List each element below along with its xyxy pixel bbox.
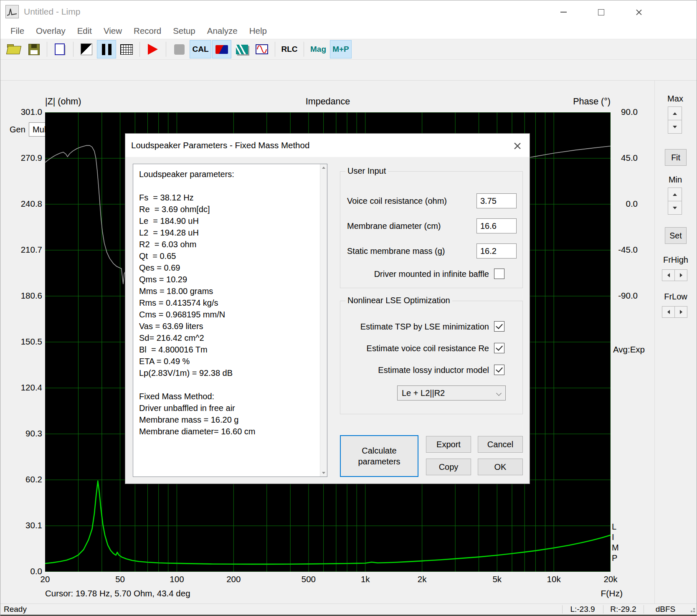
- dialog-title-bar[interactable]: Loudspeaker Parameters - Fixed Mass Meth…: [125, 134, 530, 157]
- lse-optimization-group: Nonlinear LSE Optimization Estimate TSP …: [340, 301, 523, 414]
- menu-item-record[interactable]: Record: [128, 23, 167, 39]
- phase-tick-label: 0.0: [614, 199, 638, 209]
- frlow-left-button[interactable]: [662, 306, 675, 318]
- frlow-arrows[interactable]: [662, 306, 687, 318]
- toolbar-button-save[interactable]: [24, 40, 43, 58]
- frhigh-arrows[interactable]: [662, 269, 687, 281]
- f-tick-label: 5k: [480, 574, 514, 584]
- limp-letter: L: [612, 522, 619, 532]
- x-axis-label: F(Hz): [581, 588, 623, 598]
- calculate-parameters-button[interactable]: Calculate parameters: [340, 435, 418, 477]
- set-button[interactable]: Set: [665, 227, 687, 244]
- mag-label: Mag: [310, 45, 326, 54]
- z-tick-label: 270.9: [8, 153, 42, 163]
- resize-grip[interactable]: [689, 606, 695, 613]
- signal-icon: [256, 44, 268, 54]
- toolbar-button-generator[interactable]: [212, 40, 231, 58]
- min-down-button[interactable]: [668, 201, 682, 215]
- frhigh-right-button[interactable]: [674, 269, 687, 281]
- toolbar-button-stop[interactable]: [170, 40, 189, 58]
- menu-item-overlay[interactable]: Overlay: [30, 23, 71, 39]
- down-arrow-icon: [322, 472, 325, 474]
- frlow-right-button[interactable]: [674, 306, 687, 318]
- toolbar-button-new-doc[interactable]: [51, 40, 70, 58]
- z-tick-label: 180.6: [8, 291, 42, 301]
- min-up-button[interactable]: [668, 188, 682, 201]
- frlow-label: FrLow: [657, 292, 694, 302]
- window-title: Untitled - Limp: [24, 0, 80, 23]
- frhigh-left-button[interactable]: [662, 269, 675, 281]
- toolbar-button-open[interactable]: [4, 40, 23, 58]
- loudspeaker-parameters-dialog: Loudspeaker Parameters - Fixed Mass Meth…: [125, 133, 530, 484]
- toolbar-button-grid[interactable]: [117, 40, 136, 58]
- menu-item-edit[interactable]: Edit: [71, 23, 98, 39]
- max-spinner[interactable]: [668, 106, 682, 134]
- title-bar: Untitled - Limp: [0, 0, 697, 23]
- toolbar-button-cal[interactable]: CAL: [190, 40, 211, 58]
- close-icon: [635, 9, 642, 16]
- lse-group-label: Nonlinear LSE Optimization: [345, 296, 452, 305]
- toolbar-separator: [139, 42, 140, 57]
- down-arrow-icon: [673, 126, 677, 128]
- close-button[interactable]: [633, 6, 644, 18]
- right-arrow-icon: [680, 310, 682, 314]
- scroll-up-button[interactable]: [320, 164, 327, 171]
- toolbar-button-record-play[interactable]: [143, 40, 162, 58]
- toolbar-button-signal[interactable]: [252, 40, 271, 58]
- lse-checkbox-2[interactable]: [494, 365, 504, 375]
- menu-item-help[interactable]: Help: [243, 23, 273, 39]
- toolbar-button-rlc[interactable]: RLC: [279, 40, 300, 58]
- toolbar-button-mag[interactable]: Mag: [307, 40, 329, 58]
- lse-checkbox-0[interactable]: [494, 321, 504, 332]
- f-tick-label: 20: [28, 574, 62, 584]
- status-unit: dBFS: [644, 605, 687, 614]
- max-up-button[interactable]: [668, 106, 682, 120]
- user-input-field-2[interactable]: [476, 243, 517, 259]
- scrollbar[interactable]: [320, 164, 327, 477]
- inductor-model-dropdown[interactable]: Le + L2||R2: [397, 385, 506, 401]
- scroll-down-button[interactable]: [320, 469, 327, 477]
- limp-letter: I: [612, 532, 619, 542]
- copy-button[interactable]: Copy: [426, 459, 471, 475]
- menu-item-setup[interactable]: Setup: [167, 23, 201, 39]
- user-input-field-1[interactable]: [476, 218, 517, 233]
- lse-checkbox-1[interactable]: [494, 343, 504, 353]
- menu-item-view[interactable]: View: [98, 23, 128, 39]
- chevron-down-icon: [496, 390, 502, 396]
- left-arrow-icon: [667, 273, 670, 277]
- fit-button[interactable]: Fit: [665, 149, 687, 166]
- export-button[interactable]: Export: [426, 436, 471, 453]
- pause-icon: [102, 44, 112, 55]
- maximize-icon: [598, 9, 604, 15]
- ok-button[interactable]: OK: [478, 459, 523, 475]
- z-tick-label: 210.7: [8, 245, 42, 255]
- toolbar-separator: [275, 42, 275, 57]
- toolbar-button-scope[interactable]: [232, 40, 251, 58]
- user-input-field-0[interactable]: [476, 193, 517, 208]
- toolbar-separator: [166, 42, 166, 57]
- menu-item-file[interactable]: File: [5, 23, 30, 39]
- f-tick-label: 200: [217, 574, 250, 584]
- min-spinner[interactable]: [668, 188, 682, 215]
- user-input-group: User Input Voice coil resistance (ohm)Me…: [340, 171, 523, 288]
- cancel-button[interactable]: Cancel: [478, 436, 523, 453]
- lse-check-label-0: Estimate TSP by LSE minimization: [347, 321, 489, 332]
- toolbar-button-bw-display[interactable]: [77, 40, 96, 58]
- dialog-close-button[interactable]: [512, 141, 522, 151]
- menu-item-analyze[interactable]: Analyze: [201, 23, 243, 39]
- limp-letter: M: [612, 542, 619, 553]
- user-input-label-0: Voice coil resistance (ohm): [347, 193, 447, 208]
- dialog-title: Loudspeaker Parameters - Fixed Mass Meth…: [131, 134, 309, 157]
- minimize-button[interactable]: [558, 6, 569, 18]
- status-left-level: L:-23.9: [562, 605, 603, 614]
- maximize-button[interactable]: [595, 6, 607, 18]
- baffle-checkbox[interactable]: [494, 269, 504, 279]
- toolbar-separator: [304, 42, 304, 57]
- toolbar-button-pause[interactable]: [97, 40, 116, 58]
- z-tick-label: 240.8: [8, 199, 42, 209]
- max-down-button[interactable]: [668, 120, 682, 134]
- grid-icon: [120, 44, 133, 55]
- save-icon: [28, 44, 40, 55]
- toolbar-button-mp[interactable]: M+P: [330, 40, 352, 58]
- menu-bar: FileOverlayEditViewRecordSetupAnalyzeHel…: [0, 23, 697, 39]
